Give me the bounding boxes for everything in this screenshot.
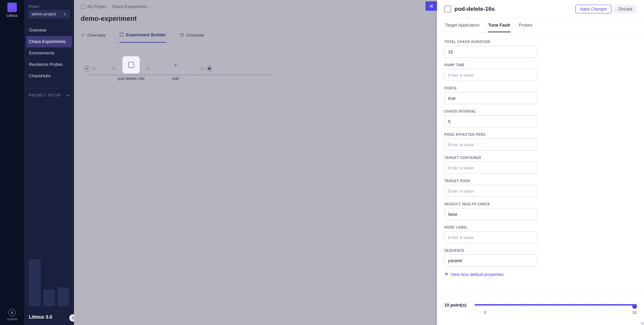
sidebar-item-chaos-experiments[interactable]: Chaos Experiments (26, 36, 72, 47)
app-rail: Litmus A ADMIN (0, 0, 24, 325)
field-input-force[interactable] (444, 92, 537, 104)
project-selector[interactable]: admin-project (28, 10, 70, 18)
main-panel: My Project › Chaos Experiments › CHAOS S… (74, 0, 644, 325)
avatar: A (8, 309, 16, 316)
resize-handle[interactable] (640, 321, 643, 324)
chevron-right-icon (63, 12, 67, 16)
tab-target-application[interactable]: Target Application (444, 18, 480, 32)
project-section-label: Project (24, 5, 74, 8)
drawer-title: pod-delete-16s (454, 6, 495, 12)
node-label: pod-delete-16s (118, 76, 145, 81)
sidebar-section-project-setup[interactable]: PROJECT SETUP (29, 88, 69, 97)
field-label: RAMP TIME (444, 63, 637, 67)
field-label: NODE LABEL (444, 226, 637, 229)
chevron-up-icon (444, 273, 448, 277)
add-node[interactable]: + Add (167, 56, 184, 81)
slider-thumb[interactable] (632, 304, 637, 309)
project-setup-label: PROJECT SETUP (29, 93, 61, 97)
points-label: 10 point(s) (444, 302, 467, 308)
field-label: TARGET PODS (444, 179, 637, 183)
slider-min: 0 (484, 310, 486, 315)
field-label: FORCE (444, 86, 637, 90)
version-label: Litmus 3.0 (29, 314, 52, 320)
weight-slider[interactable] (475, 301, 637, 308)
field-label: TARGET CONTAINER (444, 156, 637, 160)
close-drawer-button[interactable]: ✕ (426, 1, 437, 11)
field-label: TOTAL CHAOS DURATION (444, 40, 637, 44)
field-label: CHAOS INTERVAL (444, 110, 637, 113)
field-input-node-label[interactable] (444, 231, 537, 243)
fault-config-drawer: ✕ pod-delete-16s Apply Changes Discard T… (437, 0, 644, 325)
sidebar: Project admin-project Overview Chaos Exp… (24, 0, 74, 325)
field-label: PODS AFFECTED PERC (444, 133, 637, 136)
brand-label: Litmus (7, 13, 17, 17)
field-label: DEFAULT HEALTH CHECK (444, 202, 637, 206)
field-input-target-pods[interactable] (444, 185, 537, 197)
field-input-sequence[interactable] (444, 254, 537, 267)
usage-chart (29, 259, 69, 306)
admin-label: ADMIN (7, 318, 17, 321)
fault-icon (127, 61, 135, 69)
sidebar-item-overview[interactable]: Overview (24, 25, 74, 36)
field-input-ramp-time[interactable] (444, 69, 537, 81)
field-input-pods-affected-perc[interactable] (444, 138, 537, 151)
chevron-down-icon (66, 94, 69, 97)
toggle-default-properties[interactable]: View less default properties (444, 272, 637, 277)
field-label: SEQUENCE (444, 249, 637, 252)
logo-icon (7, 3, 17, 12)
tab-tune-fault[interactable]: Tune Fault (488, 18, 511, 32)
sidebar-item-chaoshubs[interactable]: ChaosHubs (24, 70, 74, 82)
apply-changes-button[interactable]: Apply Changes (575, 5, 611, 13)
project-name: admin-project (32, 12, 56, 16)
field-input-default-health-check[interactable] (444, 208, 537, 220)
workflow-node-pod-delete[interactable]: pod-delete-16s (118, 56, 145, 81)
close-icon: ✕ (429, 3, 434, 9)
discard-button[interactable]: Discard (614, 5, 637, 13)
add-label: Add (172, 76, 179, 81)
fault-icon (444, 6, 451, 12)
slider-max: 10 (632, 310, 637, 315)
plus-icon: + (167, 56, 184, 74)
sidebar-item-environments[interactable]: Environments (24, 47, 74, 59)
field-input-target-container[interactable] (444, 162, 537, 174)
tab-probes[interactable]: Probes (518, 18, 533, 32)
field-input-chaos-interval[interactable] (444, 115, 537, 127)
admin-menu[interactable]: A ADMIN (7, 309, 17, 321)
field-input-total-chaos-duration[interactable] (444, 46, 537, 58)
svg-rect-2 (128, 62, 134, 68)
sidebar-item-resilience-probes[interactable]: Resilience Probes (24, 59, 74, 70)
